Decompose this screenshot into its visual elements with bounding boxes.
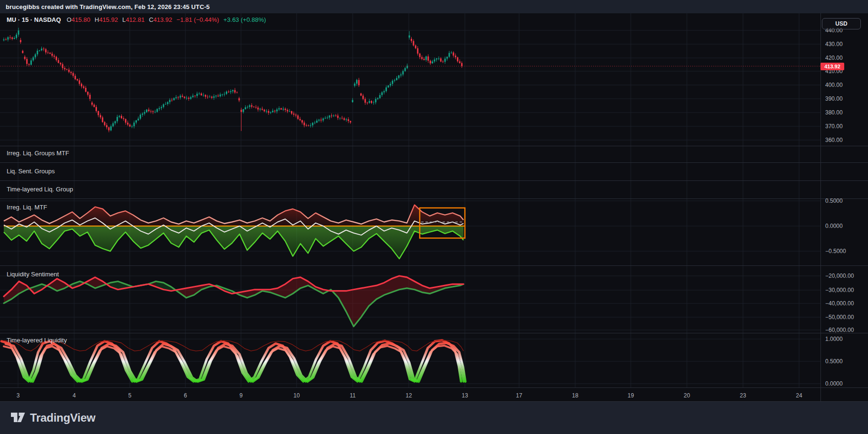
time-tick-label: 6 [184,392,187,399]
ohlc-close: C413.92 [149,16,172,23]
pane-title-liquidity-sentiment[interactable]: Liquidity Sentiment [7,271,59,278]
time-tick-label: 18 [572,392,579,399]
osc-tick-label: −0.5000 [825,248,846,255]
currency-toggle-button[interactable]: USD [822,18,861,29]
time-tick-label: 10 [293,392,300,399]
tll-tick-label: 0.5000 [825,358,843,365]
time-tick-label: 5 [128,392,132,399]
price-tick-label: 400.00 [825,82,843,88]
sent-tick-label: −20,000.00 [825,273,854,279]
pane-title-time-layered-liquidity[interactable]: Time-layered Liquidity [7,337,67,344]
sent-tick-label: −50,000.00 [825,314,854,321]
change-value-secondary: +3.63 (+0.88%) [223,16,266,23]
sent-tick-label: −60,000.00 [825,327,854,333]
time-tick-label: 12 [405,392,412,399]
change-value: −1.81 (−0.44%) [176,16,219,23]
time-tick-label: 3 [17,392,20,399]
chart-canvas[interactable]: 440.00430.00420.00410.00400.00390.00380.… [0,0,868,434]
tll-tick-label: 1.0000 [825,336,843,342]
price-tick-label: 360.00 [825,137,843,143]
time-tick-label: 13 [462,392,468,399]
tradingview-snapshot: brucegibbs created with TradingView.com,… [0,0,868,434]
price-tick-label: 420.00 [825,55,843,61]
time-tick-label: 23 [740,392,746,399]
time-tick-label: 4 [73,392,76,399]
sent-tick-label: −30,000.00 [825,287,854,293]
symbol-legend: MU · 15 · NASDAQ O415.80 H415.92 L412.81… [7,16,266,23]
pane-title-irreg-liq-groups-mtf[interactable]: Irreg. Liq. Groups MTF [7,150,69,157]
time-tick-label: 24 [796,392,802,399]
time-tick-label: 17 [516,392,522,399]
ohlc-high: H415.92 [95,16,118,23]
ohlc-open: O415.80 [67,16,90,23]
price-tick-label: 390.00 [825,95,843,102]
time-tick-label: 19 [627,392,634,399]
time-tick-label: 11 [350,392,356,399]
price-tick-label: 430.00 [825,41,843,47]
tradingview-logo-icon [10,412,26,424]
footer: TradingView [0,402,868,434]
price-tick-label: 380.00 [825,109,843,116]
time-tick-label: 9 [240,392,243,399]
ohlc-low: L412.81 [122,16,145,23]
symbol-title[interactable]: MU · 15 · NASDAQ [7,16,61,23]
pane-title-irreg-liq-mtf[interactable]: Irreg. Liq. MTF [7,204,47,211]
last-price-badge: 413.92 [820,63,844,70]
time-tick-label: 20 [684,392,690,399]
price-tick-label: 370.00 [825,123,843,130]
osc-tick-label: 0.0000 [825,223,843,229]
tradingview-brand-text: TradingView [30,411,96,425]
tll-tick-label: 0.0000 [825,380,843,387]
osc-tick-label: 0.5000 [825,198,843,204]
sent-tick-label: −40,000.00 [825,300,854,307]
pane-title-liq-sent-groups[interactable]: Liq. Sent. Groups [7,168,55,175]
pane-title-time-layered-liq-group[interactable]: Time-layered Liq. Group [7,186,73,193]
